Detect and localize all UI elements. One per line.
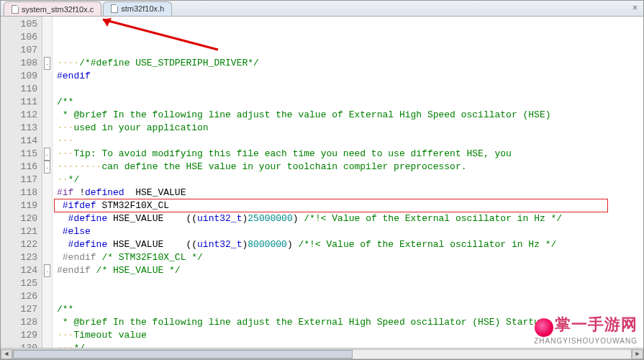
line-number: 107	[1, 44, 37, 57]
line-number: 120	[1, 212, 37, 225]
code-editor[interactable]: 1051061071081091101111121131141151161171…	[1, 17, 643, 348]
line-number: 119	[1, 199, 37, 212]
svg-marker-1	[103, 18, 112, 27]
scroll-thumb[interactable]	[13, 350, 353, 359]
code-line[interactable]: /**	[57, 96, 643, 109]
line-number: 122	[1, 238, 37, 251]
line-number: 108	[1, 57, 37, 70]
line-number-gutter: 1051061071081091101111121131141151161171…	[1, 17, 42, 348]
code-line[interactable]: ········can define the HSE value in your…	[57, 161, 643, 174]
fold-cell[interactable]: -	[42, 148, 52, 161]
horizontal-scrollbar[interactable]: ◄ ►	[1, 348, 643, 359]
code-line[interactable]: #ifdef STM32F10X_CL	[57, 199, 643, 212]
fold-cell[interactable]: -	[42, 264, 52, 277]
line-number: 118	[1, 186, 37, 199]
code-line[interactable]	[57, 277, 643, 290]
code-line[interactable]: /**	[57, 303, 643, 316]
line-number: 128	[1, 316, 37, 329]
line-number: 123	[1, 251, 37, 264]
line-number: 113	[1, 122, 37, 135]
code-line[interactable]: ···used in your application	[57, 122, 643, 135]
line-number: 124	[1, 264, 37, 277]
fold-cell[interactable]: -	[42, 57, 52, 70]
fold-cell	[42, 251, 52, 264]
tab-label: system_stm32f10x.c	[22, 5, 94, 14]
fold-toggle-icon[interactable]: -	[44, 57, 50, 70]
code-line[interactable]: * @brief In the following line adjust th…	[57, 316, 643, 329]
line-number: 111	[1, 96, 37, 109]
fold-cell	[42, 83, 52, 96]
fold-cell	[42, 135, 52, 148]
line-number: 110	[1, 83, 37, 96]
code-line[interactable]: #if !defined HSE_VALUE	[57, 186, 643, 199]
code-area[interactable]: ····/*#define USE_STDPERIPH_DRIVER*/#end…	[53, 17, 643, 348]
fold-cell	[42, 31, 52, 44]
line-number: 106	[1, 31, 37, 44]
line-number: 129	[1, 329, 37, 342]
fold-cell	[42, 96, 52, 109]
line-number: 116	[1, 161, 37, 174]
fold-cell	[42, 277, 52, 290]
fold-cell	[42, 329, 52, 342]
scroll-right-button[interactable]: ►	[632, 349, 643, 359]
code-line[interactable]: #endif /* STM32F10X_CL */	[57, 251, 643, 264]
fold-cell	[42, 109, 52, 122]
code-line[interactable]: #endif /* HSE_VALUE */	[57, 264, 643, 277]
code-line[interactable]: ····/*#define USE_STDPERIPH_DRIVER*/	[57, 57, 643, 70]
fold-cell	[42, 225, 52, 238]
svg-line-0	[103, 19, 218, 50]
code-line[interactable]: #endif	[57, 70, 643, 83]
line-number: 117	[1, 174, 37, 186]
code-line[interactable]: #define HSE_VALUE ((uint32_t)8000000) /*…	[57, 238, 643, 251]
tab-system-stm32f10x-c[interactable]: system_stm32f10x.c	[4, 1, 101, 16]
fold-cell	[42, 122, 52, 135]
code-line[interactable]: ···Timeout value	[57, 329, 643, 342]
fold-cell	[42, 303, 52, 316]
tab-stm32f10x-h[interactable]: stm32f10x.h	[103, 1, 172, 16]
fold-cell	[42, 290, 52, 303]
line-number: 105	[1, 18, 37, 31]
tab-label: stm32f10x.h	[121, 4, 164, 13]
fold-cell	[42, 238, 52, 251]
fold-cell	[42, 212, 52, 225]
fold-cell	[42, 174, 52, 186]
fold-cell	[42, 44, 52, 57]
fold-toggle-icon[interactable]: -	[44, 148, 50, 161]
code-line[interactable]: #else	[57, 225, 643, 238]
code-line[interactable]: ···*/	[57, 342, 643, 348]
annotation-arrow	[67, 17, 225, 58]
line-number: 127	[1, 303, 37, 316]
line-number: 121	[1, 225, 37, 238]
scroll-track[interactable]	[12, 349, 632, 359]
code-line[interactable]: #define HSE_VALUE ((uint32_t)25000000) /…	[57, 212, 643, 225]
line-number: 115	[1, 148, 37, 161]
line-number: 126	[1, 290, 37, 303]
line-number: 109	[1, 70, 37, 83]
code-line[interactable]: ··*/	[57, 174, 643, 186]
fold-cell	[42, 316, 52, 329]
line-number: 114	[1, 135, 37, 148]
file-icon	[12, 5, 19, 14]
line-number: 130	[1, 342, 37, 348]
fold-cell	[42, 342, 52, 348]
fold-cell[interactable]: -	[42, 161, 52, 174]
line-number: 112	[1, 109, 37, 122]
fold-cell	[42, 70, 52, 83]
code-line[interactable]: ···Tip: To avoid modifying this file eac…	[57, 148, 643, 161]
tab-bar: system_stm32f10x.c stm32f10x.h ×	[1, 1, 643, 17]
fold-cell	[42, 186, 52, 199]
fold-toggle-icon[interactable]: -	[44, 161, 50, 174]
code-line[interactable]	[57, 83, 643, 96]
line-number: 125	[1, 277, 37, 290]
code-line[interactable]: * @brief In the following line adjust th…	[57, 109, 643, 122]
code-line[interactable]: ···	[57, 135, 643, 148]
scroll-left-button[interactable]: ◄	[1, 349, 12, 359]
file-icon	[111, 4, 118, 13]
code-line[interactable]	[57, 290, 643, 303]
fold-column[interactable]: ----	[42, 17, 53, 348]
fold-toggle-icon[interactable]: -	[44, 264, 50, 277]
fold-cell	[42, 18, 52, 31]
close-icon[interactable]: ×	[632, 3, 638, 13]
fold-cell	[42, 199, 52, 212]
